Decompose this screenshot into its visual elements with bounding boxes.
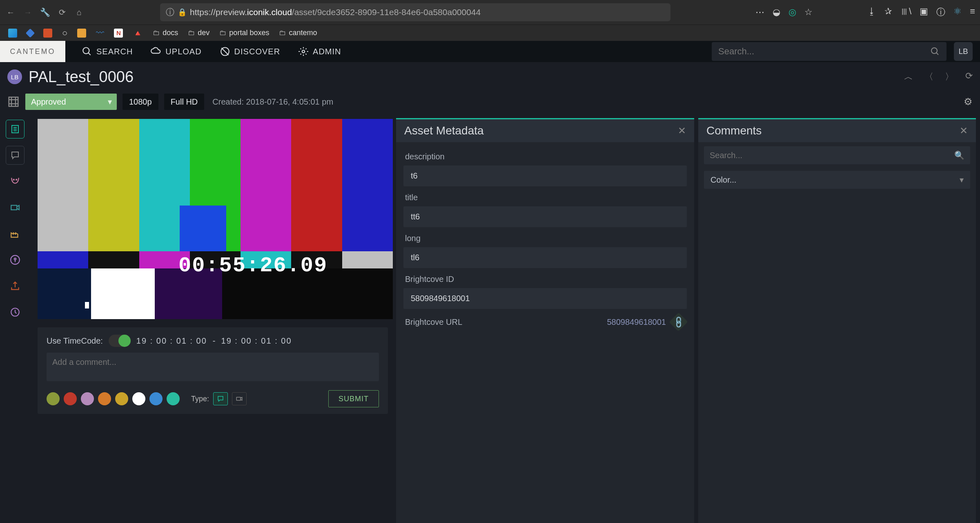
- nav-upload[interactable]: UPLOAD: [151, 46, 201, 57]
- meta-description-label: description: [403, 148, 687, 163]
- color-dot-teal[interactable]: [167, 392, 180, 405]
- created-label: Created: 2018-07-16, 4:05:01 pm: [212, 97, 333, 107]
- rail-history-icon[interactable]: [6, 303, 24, 322]
- bookmark-icon-drive[interactable]: 🔺: [133, 28, 143, 38]
- svg-rect-23: [236, 397, 241, 400]
- lock-icon: 🔒: [178, 8, 187, 17]
- color-filter-dropdown[interactable]: Color...: [704, 171, 970, 189]
- gear-icon: [298, 46, 309, 57]
- bookmark-icon-2[interactable]: [26, 28, 35, 38]
- asset-title-row: LB PAL_test_0006 ︿ 〈 〉 ⟳: [0, 62, 980, 92]
- meta-title-value[interactable]: tt6: [403, 206, 687, 227]
- main-content: 00:55:26.09 Use TimeCode: 19 : 00 : 01 :…: [0, 112, 980, 523]
- status-dropdown[interactable]: Approved: [25, 94, 117, 110]
- star-icon[interactable]: ✰: [884, 6, 892, 18]
- type-comment-icon[interactable]: [213, 392, 228, 405]
- download-icon[interactable]: ⭳: [867, 6, 876, 18]
- browser-forward-icon[interactable]: →: [22, 7, 33, 18]
- meta-long-label: long: [403, 230, 687, 245]
- tc-end: 19 : 00 : 01 : 00: [221, 336, 292, 346]
- rail-theater-icon[interactable]: [6, 172, 24, 191]
- browser-wrench-icon[interactable]: 🔧: [39, 7, 51, 18]
- asset-status-row: Approved 1080p Full HD Created: 2018-07-…: [0, 92, 980, 112]
- refresh-icon[interactable]: ⟳: [965, 71, 973, 83]
- bookmark-folder-docs[interactable]: 🗀docs: [153, 29, 178, 37]
- type-video-icon[interactable]: [232, 392, 247, 405]
- rail-keyhole-icon[interactable]: [6, 250, 24, 269]
- global-search-input[interactable]: [718, 46, 930, 57]
- color-dot-olive[interactable]: [47, 392, 60, 405]
- bookmark-icon-6[interactable]: 〰: [96, 28, 104, 38]
- info2-icon[interactable]: ⓘ: [936, 6, 945, 18]
- target-icon[interactable]: ◎: [788, 7, 796, 18]
- rail-comment-icon[interactable]: [6, 146, 24, 165]
- bookmark-icon-3[interactable]: [43, 29, 52, 38]
- url-domain: iconik.cloud: [247, 7, 292, 17]
- color-dot-lavender[interactable]: [81, 392, 94, 405]
- menu-icon[interactable]: ≡: [970, 6, 975, 18]
- next-asset-icon[interactable]: 〉: [945, 71, 954, 83]
- svg-line-1: [88, 53, 90, 55]
- submit-button[interactable]: SUBMIT: [328, 390, 379, 407]
- close-icon[interactable]: ✕: [678, 125, 686, 136]
- color-dot-red[interactable]: [64, 392, 77, 405]
- svg-rect-18: [11, 206, 17, 210]
- format-pill: Full HD: [164, 94, 205, 110]
- comments-search-input[interactable]: [704, 146, 970, 164]
- owner-avatar[interactable]: LB: [7, 69, 22, 84]
- sidebar-icon[interactable]: ▣: [920, 6, 928, 18]
- close-icon[interactable]: ✕: [960, 125, 968, 136]
- prev-asset-icon[interactable]: 〈: [924, 71, 933, 83]
- meta-brightcove-url-value[interactable]: 5809849618001: [607, 317, 666, 327]
- asset-settings-icon[interactable]: ⚙: [964, 96, 973, 107]
- pocket-icon[interactable]: ◒: [773, 7, 780, 18]
- react-icon[interactable]: ⚛: [953, 6, 962, 18]
- meta-long-value[interactable]: tl6: [403, 247, 687, 268]
- bookmark-star-icon[interactable]: ☆: [804, 7, 813, 18]
- library-icon[interactable]: ⫼\: [900, 6, 911, 18]
- bookmark-icon-5[interactable]: [77, 29, 86, 38]
- comments-panel: Comments ✕ 🔍 Color...: [698, 118, 976, 523]
- rail-metadata-icon[interactable]: [6, 120, 24, 139]
- metadata-panel-title: Asset Metadata: [404, 124, 484, 137]
- bookmark-folder-dev[interactable]: 🗀dev: [188, 29, 209, 37]
- user-menu[interactable]: LB: [954, 42, 973, 61]
- url-path: /asset/9cde3652-8909-11e8-84e6-0a580a000…: [292, 7, 481, 17]
- nav-admin[interactable]: ADMIN: [298, 46, 341, 57]
- rail-factory-icon[interactable]: [6, 224, 24, 243]
- url-bar[interactable]: ⓘ 🔒 https://preview.iconik.cloud/asset/9…: [160, 3, 670, 21]
- info-icon[interactable]: ⓘ: [166, 7, 174, 18]
- browser-back-icon[interactable]: ←: [5, 7, 16, 18]
- meta-brightcove-url-label: Brightcove URL: [405, 317, 462, 327]
- search-icon[interactable]: 🔍: [954, 150, 964, 160]
- color-dot-white[interactable]: [132, 392, 145, 405]
- global-search[interactable]: [712, 42, 947, 61]
- comment-input[interactable]: [47, 353, 379, 381]
- rail-share-icon[interactable]: [6, 277, 24, 295]
- playhead-icon[interactable]: [85, 302, 89, 308]
- bookmark-folder-cantemo[interactable]: 🗀cantemo: [279, 29, 317, 37]
- rail-camera-icon[interactable]: [6, 198, 24, 217]
- resolution-pill: 1080p: [122, 94, 158, 110]
- bookmark-icon-github[interactable]: ○: [62, 28, 67, 38]
- meta-brightcove-id-value[interactable]: 5809849618001: [403, 288, 687, 309]
- timecode-overlay: 00:55:26.09: [178, 254, 327, 278]
- app-logo[interactable]: CANTEMO: [0, 41, 65, 62]
- bookmark-icon-n[interactable]: N: [114, 29, 123, 38]
- timecode-toggle[interactable]: [109, 335, 131, 347]
- color-dot-gold[interactable]: [115, 392, 128, 405]
- meta-description-value[interactable]: t6: [403, 165, 687, 186]
- svg-rect-7: [9, 97, 18, 107]
- bookmark-icon-1[interactable]: [8, 29, 17, 38]
- link-icon[interactable]: 🔗: [669, 313, 688, 331]
- more-icon[interactable]: ⋯: [755, 7, 764, 18]
- browser-home-icon[interactable]: ⌂: [74, 7, 85, 18]
- bookmark-folder-portal[interactable]: 🗀portal boxes: [219, 29, 269, 37]
- color-dot-blue[interactable]: [149, 392, 163, 405]
- color-dot-orange[interactable]: [98, 392, 111, 405]
- nav-discover[interactable]: DISCOVER: [220, 46, 280, 57]
- collapse-up-icon[interactable]: ︿: [904, 71, 913, 83]
- nav-search[interactable]: SEARCH: [82, 46, 133, 57]
- video-preview[interactable]: 00:55:26.09: [38, 119, 393, 319]
- browser-reload-icon[interactable]: ⟳: [56, 7, 68, 18]
